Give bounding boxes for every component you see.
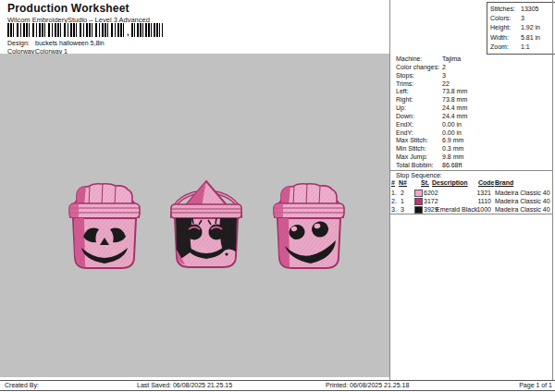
right-value: 73.8 mm: [442, 96, 467, 104]
up-label: Up:: [396, 104, 442, 113]
printed-text: Printed: 06/08/2025 21.25.18: [326, 382, 409, 388]
endy-label: EndY:: [396, 129, 442, 138]
barcode-bars-icon: [131, 23, 163, 37]
colors-value: 3: [521, 14, 524, 23]
max-jump-value: 9.8 mm: [442, 153, 463, 162]
design-label: Design:: [7, 40, 35, 46]
table-row-1-brand: Madeira Classic 40: [495, 189, 550, 197]
table-row-2-num: 2.: [391, 197, 397, 205]
width-value: 5.81 in: [521, 33, 540, 43]
table-row-1-num: 1.: [391, 189, 397, 197]
table-row-2-thread-swatch: [414, 198, 423, 205]
color-changes-value: 2: [442, 64, 446, 72]
design-barcode: ,: [7, 23, 166, 37]
min-stitch-label: Min Stitch:: [396, 145, 442, 153]
endy-value: 0.00 in: [442, 129, 462, 138]
halloween-bucket-happy-smile: [263, 170, 355, 283]
table-row-2-thread-number: 3172: [424, 197, 438, 205]
table-row-3-brand: Madeira Classic 40: [495, 205, 550, 214]
footer-bottom-line: [0, 390, 555, 391]
table-row-1-thread-number: 6202: [424, 189, 438, 197]
left-label: Left:: [396, 88, 442, 96]
page-right-border: [552, 0, 553, 381]
machine-info-panel: Machine:Tajima Color changes:2 Stops:3 T…: [396, 55, 551, 170]
trims-label: Trims:: [396, 80, 442, 89]
barcode-bars-icon: [7, 23, 126, 37]
table-row-3-needle: 3: [401, 205, 404, 214]
stops-label: Stops:: [396, 72, 442, 80]
color-changes-label: Color changes:: [396, 64, 442, 72]
footer-top-line: [0, 380, 555, 381]
left-value: 73.8 mm: [442, 88, 467, 96]
table-bottom-divider: [390, 214, 552, 214]
table-row-2-needle: 1: [401, 197, 404, 205]
design-summary-box: Stitches:13305 Colors:3 Height:1.92 in W…: [487, 2, 555, 55]
zoom-label: Zoom:: [490, 43, 521, 52]
col-header-brand: Brand: [495, 179, 513, 186]
stitches-value: 13305: [521, 5, 538, 14]
down-label: Down:: [396, 113, 442, 121]
down-value: 24.4 mm: [442, 113, 467, 121]
table-row-1-code: 1321: [467, 189, 491, 197]
table-row-3-num: 3.: [391, 205, 397, 214]
production-worksheet-page: { "header": { "title": "Production Works…: [0, 0, 555, 392]
col-header-num: #: [391, 179, 395, 186]
machine-label: Machine:: [396, 55, 442, 64]
page-title: Production Worksheet: [7, 2, 130, 15]
max-stitch-label: Max Stitch:: [396, 137, 442, 145]
last-saved-text: Last Saved: 06/08/2025 21.25.15: [137, 382, 232, 388]
stops-value: 3: [442, 72, 446, 80]
table-row-2-code: 1110: [467, 197, 491, 205]
table-row-2-brand: Madeira Classic 40: [495, 197, 550, 205]
endx-value: 0.00 in: [442, 121, 462, 129]
table-row-1-thread-swatch: [414, 190, 423, 197]
stop-sequence-title: Stop Sequence:: [396, 172, 442, 178]
table-row-3-thread-swatch: [414, 206, 423, 214]
col-header-description: Description: [432, 179, 468, 186]
machine-value: Tajima: [442, 55, 461, 64]
col-header-n: N#: [399, 179, 407, 186]
right-label: Right:: [396, 96, 442, 104]
max-stitch-value: 6.9 mm: [442, 137, 463, 145]
halloween-bucket-grin-pumpkin: [58, 170, 151, 283]
width-label: Width:: [490, 33, 521, 43]
panel-divider-line: [389, 0, 390, 381]
min-stitch-value: 0.3 mm: [442, 145, 463, 153]
endx-label: EndX:: [396, 121, 442, 129]
col-header-code: Code: [478, 179, 495, 186]
total-bobbin-value: 86.68ft: [442, 162, 462, 170]
stitches-label: Stitches:: [490, 5, 521, 14]
up-value: 24.4 mm: [442, 104, 467, 113]
zoom-value: 1:1: [521, 43, 530, 52]
table-row-1-needle: 2: [401, 189, 404, 197]
design-value: buckets halloween 5,8in: [35, 40, 105, 46]
design-row: Design: buckets halloween 5,8in: [7, 40, 105, 46]
total-bobbin-label: Total Bobbin:: [396, 162, 442, 170]
trims-value: 22: [442, 80, 450, 89]
height-label: Height:: [490, 23, 521, 32]
page-number: Page 1 of 1: [519, 382, 552, 388]
col-header-st: St.: [421, 179, 429, 186]
stop-sequence-divider: [390, 170, 552, 171]
colors-label: Colors:: [490, 14, 521, 23]
table-row-3-code: 1000: [467, 205, 491, 214]
design-canvas: [0, 54, 389, 377]
max-jump-label: Max Jump:: [396, 153, 442, 162]
created-by-label: Created By:: [5, 382, 39, 388]
height-value: 1.92 in: [521, 23, 540, 32]
barcode-separator: ,: [127, 29, 130, 37]
halloween-bucket-witch-hat: [160, 168, 253, 281]
